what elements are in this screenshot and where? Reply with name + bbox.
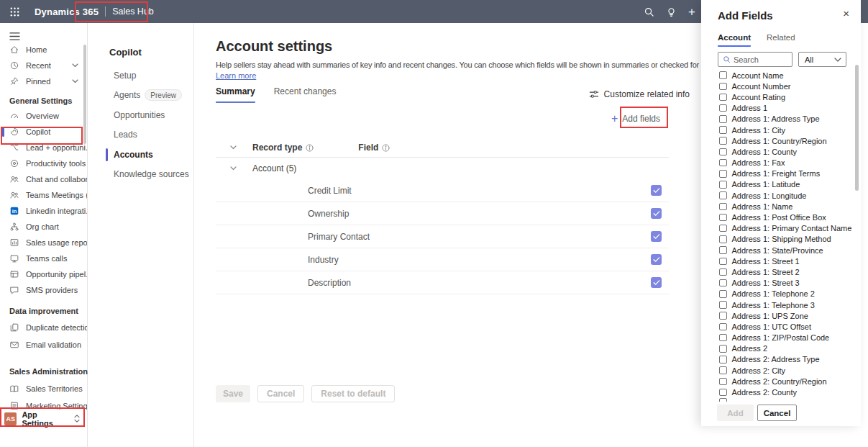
sidebar-item-overview[interactable]: Overview	[0, 108, 87, 124]
nav-item-agents[interactable]: Agents Preview	[88, 86, 193, 106]
unchecked-checkbox[interactable]	[719, 235, 727, 243]
unchecked-checkbox[interactable]	[719, 258, 727, 266]
unchecked-checkbox[interactable]	[719, 389, 727, 397]
checked-checkbox[interactable]	[651, 254, 662, 265]
checked-checkbox[interactable]	[651, 231, 662, 242]
unchecked-checkbox[interactable]	[719, 356, 727, 364]
nav-item-opportunities[interactable]: Opportunities	[88, 105, 193, 125]
chevron-down-icon[interactable]	[230, 166, 237, 171]
field-option[interactable]: Address 1: State/Province	[719, 245, 848, 256]
sidebar-item-chat-collaborate[interactable]: Chat and collabor...	[0, 171, 87, 187]
checked-checkbox[interactable]	[651, 208, 662, 219]
info-icon[interactable]	[382, 144, 390, 152]
sidebar-item-sales-territories[interactable]: Sales Territories	[0, 380, 87, 397]
unchecked-checkbox[interactable]	[719, 290, 727, 298]
field-option[interactable]: Address 1: Primary Contact Name	[719, 223, 848, 234]
save-button[interactable]: Save	[216, 385, 250, 402]
info-icon[interactable]	[306, 144, 314, 152]
tab-related[interactable]: Related	[767, 33, 795, 47]
cancel-button[interactable]: Cancel	[757, 405, 797, 421]
filter-dropdown[interactable]: All	[798, 52, 846, 67]
sidebar-item-lead-opportunity[interactable]: Lead + opportuni...	[0, 140, 87, 155]
sidebar-item-sms-providers[interactable]: SMS providers	[0, 282, 87, 298]
nav-item-accounts[interactable]: Accounts	[88, 145, 193, 165]
tab-summary[interactable]: Summary	[216, 86, 255, 103]
field-option[interactable]: Address 1: Name	[719, 201, 848, 212]
checked-checkbox[interactable]	[651, 185, 662, 196]
sidebar-item-opportunity-pipeline[interactable]: Opportunity pipel...	[0, 266, 87, 282]
unchecked-checkbox[interactable]	[719, 214, 727, 222]
field-option[interactable]: Address 1: Longitude	[719, 190, 848, 201]
unchecked-checkbox[interactable]	[719, 126, 727, 134]
sidebar-scrollbar[interactable]	[83, 45, 86, 144]
field-option[interactable]: Address 2: County	[719, 387, 848, 397]
app-settings-switcher[interactable]: AS App Settings	[0, 410, 87, 428]
field-option[interactable]: Address 1: Street 2	[719, 266, 848, 277]
field-option[interactable]: Address 1: Latitude	[719, 179, 848, 190]
add-fields-button[interactable]: + Add fields	[611, 113, 660, 125]
add-button[interactable]: Add	[717, 405, 754, 421]
sidebar-item-sales-usage-reports[interactable]: Sales usage reports	[0, 235, 87, 250]
sidebar-item-duplicate-detection[interactable]: Duplicate detection	[0, 319, 87, 336]
waffle-icon[interactable]	[9, 6, 20, 17]
field-option[interactable]: Address 1: UPS Zone	[719, 310, 848, 321]
unchecked-checkbox[interactable]	[719, 83, 727, 91]
unchecked-checkbox[interactable]	[719, 203, 727, 211]
unchecked-checkbox[interactable]	[719, 71, 727, 79]
nav-item-leads[interactable]: Leads	[88, 125, 193, 145]
field-option[interactable]: Account Rating	[719, 91, 848, 102]
field-option[interactable]: Address 1: ZIP/Postal Code	[719, 333, 848, 343]
search-input[interactable]	[734, 55, 787, 64]
chevron-down-icon[interactable]	[72, 79, 78, 83]
checked-checkbox[interactable]	[651, 277, 662, 288]
close-icon[interactable]: ×	[843, 7, 849, 19]
field-option[interactable]: Address 1: Fax	[719, 158, 848, 168]
field-option[interactable]: Account Name	[719, 70, 848, 81]
unchecked-checkbox[interactable]	[719, 159, 727, 167]
unchecked-checkbox[interactable]	[719, 104, 727, 112]
unchecked-checkbox[interactable]	[719, 279, 727, 287]
unchecked-checkbox[interactable]	[719, 225, 727, 232]
customize-related-info-button[interactable]: Customize related info	[589, 89, 690, 99]
field-option[interactable]: Address 2: Country/Region	[719, 376, 848, 387]
sidebar-item-linkedin-integration[interactable]: in Linkedin integrati...	[0, 203, 87, 219]
reset-to-default-button[interactable]: Reset to default	[311, 385, 395, 402]
field-option[interactable]: Address 1: Street 3	[719, 278, 848, 289]
unchecked-checkbox[interactable]	[719, 115, 727, 123]
sidebar-item-teams-meetings[interactable]: Teams Meetings (...	[0, 187, 87, 203]
learn-more-link[interactable]: Learn more	[216, 71, 256, 80]
field-option[interactable]: Address 1: Shipping Method	[719, 234, 848, 245]
sidebar-item-teams-calls[interactable]: Teams calls	[0, 250, 87, 266]
cancel-button[interactable]: Cancel	[257, 385, 304, 402]
brand-title[interactable]: Dynamics 365	[35, 6, 99, 17]
sidebar-item-email-validation[interactable]: Email validation	[0, 336, 87, 353]
unchecked-checkbox[interactable]	[719, 378, 727, 386]
unchecked-checkbox[interactable]	[719, 312, 727, 320]
sidebar-item-recent[interactable]: Recent	[0, 58, 87, 73]
sidebar-item-copilot[interactable]: Copilot	[0, 124, 87, 140]
unchecked-checkbox[interactable]	[719, 246, 727, 254]
lightbulb-icon[interactable]	[666, 6, 677, 17]
plus-icon[interactable]: +	[688, 6, 695, 18]
unchecked-checkbox[interactable]	[719, 301, 727, 309]
field-option[interactable]: Address 2	[719, 343, 848, 354]
nav-item-setup[interactable]: Setup	[88, 66, 193, 86]
unchecked-checkbox[interactable]	[719, 366, 727, 374]
chevron-down-icon[interactable]	[230, 145, 237, 150]
unchecked-checkbox[interactable]	[719, 334, 727, 342]
unchecked-checkbox[interactable]	[719, 94, 727, 101]
nav-item-knowledge-sources[interactable]: Knowledge sources	[88, 165, 193, 185]
field-option[interactable]: Account Number	[719, 81, 848, 91]
unchecked-checkbox[interactable]	[719, 137, 727, 145]
field-option[interactable]: Address 1: Telephone 3	[719, 299, 848, 310]
sidebar-item-pinned[interactable]: Pinned	[0, 73, 87, 89]
field-option[interactable]: Address 1: Freight Terms	[719, 168, 848, 179]
field-option[interactable]: Address 2: Address Type	[719, 354, 848, 365]
unchecked-checkbox[interactable]	[719, 170, 727, 178]
search-icon[interactable]	[644, 6, 654, 17]
field-option[interactable]: Address 1: Street 1	[719, 256, 848, 266]
tab-recent-changes[interactable]: Recent changes	[274, 86, 337, 103]
tab-account[interactable]: Account	[718, 33, 751, 47]
field-option[interactable]: Address 2: City	[719, 365, 848, 376]
field-option[interactable]: Address 1: County	[719, 146, 848, 157]
